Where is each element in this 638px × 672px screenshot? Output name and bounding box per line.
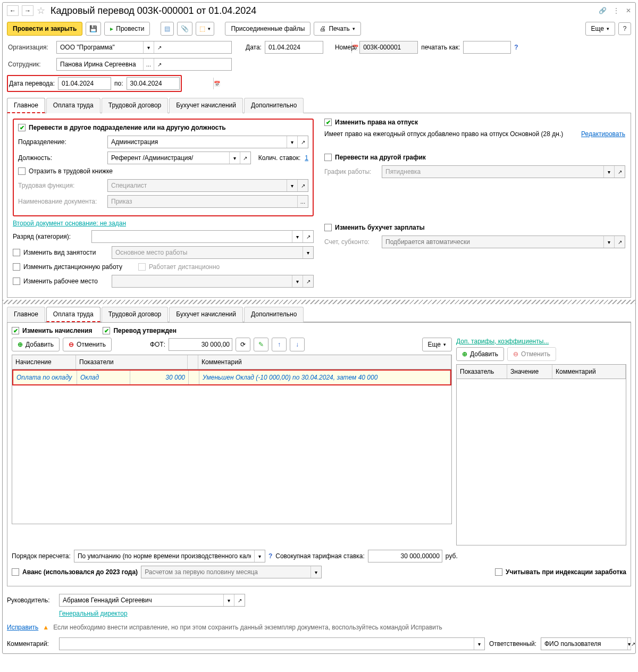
change-acc-checkbox[interactable] bbox=[324, 224, 332, 231]
change-accruals-label: Изменить начисления bbox=[22, 327, 92, 334]
dropdown-icon[interactable]: ▾ bbox=[229, 152, 240, 164]
responsible-combo[interactable]: ▾ ↗ bbox=[541, 637, 631, 650]
tab-extra[interactable]: Дополнительно bbox=[244, 98, 304, 113]
dropdown-icon: ▾ bbox=[603, 166, 614, 178]
forward-button[interactable]: → bbox=[22, 5, 33, 16]
accruals-table[interactable]: Начисление Показатели Комментарий Оплата… bbox=[12, 355, 452, 524]
num-label: Номер: bbox=[335, 44, 356, 51]
tariffs-table[interactable]: Показатель Значение Комментарий bbox=[456, 364, 626, 545]
print-button[interactable]: 🖨Печать▾ bbox=[314, 22, 360, 36]
dropdown-icon[interactable]: ▾ bbox=[292, 231, 303, 242]
extra-tariffs-link[interactable]: Доп. тарифы, коэффициенты... bbox=[456, 338, 626, 345]
subdiv-combo[interactable]: ▾ ↗ bbox=[107, 136, 308, 148]
transfer-approved-checkbox[interactable] bbox=[103, 327, 110, 334]
dropdown-icon[interactable]: ▾ bbox=[143, 41, 154, 53]
tab-pay[interactable]: Оплата труда bbox=[46, 98, 100, 113]
edit-vacation-link[interactable]: Редактировать bbox=[581, 130, 625, 138]
manager-combo[interactable]: ▾ ↗ bbox=[59, 594, 245, 607]
open-icon[interactable]: ↗ bbox=[154, 58, 164, 70]
back-button[interactable]: ← bbox=[7, 5, 19, 16]
labor-book-checkbox[interactable] bbox=[18, 167, 26, 175]
comment-field[interactable]: ▾ bbox=[59, 637, 485, 650]
help-icon[interactable]: ? bbox=[514, 44, 518, 51]
table-row[interactable]: Оплата по окладу Оклад 30 000 Уменьшен О… bbox=[12, 369, 451, 385]
recalc-combo[interactable]: ▾ bbox=[74, 550, 265, 562]
vacation-checkbox[interactable] bbox=[324, 119, 332, 126]
rates-link[interactable]: 1 bbox=[305, 154, 308, 162]
tab-contract[interactable]: Трудовой договор bbox=[102, 98, 168, 113]
cancel-tariff-button[interactable]: ⊖Отменить bbox=[507, 347, 556, 361]
calendar-icon[interactable]: 📅 bbox=[213, 78, 220, 89]
attach-button[interactable]: 📎 bbox=[177, 22, 192, 36]
refresh-button[interactable]: ⟳ bbox=[236, 338, 250, 351]
tariff-col1: Показатель bbox=[457, 365, 507, 379]
date-to-field[interactable]: 📅 bbox=[127, 77, 180, 90]
post-button[interactable]: ▸Провести bbox=[104, 22, 150, 36]
cancel-accrual-button[interactable]: ⊖Отменить bbox=[63, 338, 112, 351]
date-from-field[interactable]: 📅 bbox=[58, 77, 111, 90]
edit-button[interactable]: ✎ bbox=[254, 338, 268, 351]
grade-combo[interactable]: ▾ ↗ bbox=[91, 230, 314, 243]
second-doc-link[interactable]: Второй документ основание: не задан bbox=[13, 220, 126, 227]
help-button[interactable]: ? bbox=[618, 22, 631, 35]
up-button[interactable]: ↑ bbox=[272, 338, 287, 351]
fot-input[interactable] bbox=[169, 338, 232, 351]
manager-position-link[interactable]: Генеральный директор bbox=[59, 610, 128, 617]
link-icon[interactable]: 🔗 bbox=[599, 7, 607, 14]
total-rate-input[interactable] bbox=[368, 550, 442, 562]
org-input[interactable] bbox=[57, 41, 143, 53]
save-button[interactable]: 💾 bbox=[86, 22, 101, 36]
attached-files-button[interactable]: Присоединенные файлы bbox=[225, 22, 310, 36]
change-accruals-checkbox[interactable] bbox=[12, 327, 19, 334]
open-icon[interactable]: ↗ bbox=[154, 41, 164, 53]
tab-main[interactable]: Главное bbox=[7, 98, 45, 113]
print-as-field[interactable] bbox=[463, 41, 511, 54]
close-icon[interactable]: ✕ bbox=[626, 7, 631, 14]
change-emp-checkbox[interactable] bbox=[13, 249, 20, 256]
tab2-accounting[interactable]: Бухучет начислений bbox=[169, 307, 243, 322]
emp-type-field: ▾ bbox=[112, 246, 314, 259]
open-icon[interactable]: ↗ bbox=[234, 594, 245, 606]
post-and-close-button[interactable]: Провести и закрыть bbox=[7, 22, 82, 36]
employee-combo[interactable]: … ↗ bbox=[56, 58, 232, 71]
tab2-extra[interactable]: Дополнительно bbox=[244, 307, 304, 322]
structure-button[interactable]: ⬚▾ bbox=[196, 22, 214, 36]
transfer-checkbox[interactable] bbox=[18, 124, 26, 131]
help-icon[interactable]: ? bbox=[268, 552, 272, 560]
add-tariff-button[interactable]: ⊕Добавить bbox=[456, 347, 504, 361]
index-label: Учитывать при индексации заработка bbox=[506, 568, 626, 576]
org-combo[interactable]: ▾ ↗ bbox=[56, 41, 232, 54]
open-icon[interactable]: ↗ bbox=[297, 136, 308, 148]
fix-link[interactable]: Исправить bbox=[7, 624, 38, 631]
star-icon[interactable]: ☆ bbox=[37, 5, 45, 16]
grade-label: Разряд (категория): bbox=[13, 233, 87, 240]
more-button[interactable]: Еще▾ bbox=[585, 22, 615, 36]
transfer-label: Перевести в другое подразделение или на … bbox=[29, 124, 226, 131]
tab2-pay[interactable]: Оплата труда bbox=[46, 307, 100, 322]
advance-checkbox[interactable] bbox=[12, 568, 19, 576]
open-icon[interactable]: ↗ bbox=[303, 231, 313, 242]
dropdown-icon[interactable]: ▾ bbox=[287, 136, 297, 148]
tab-accounting[interactable]: Бухучет начислений bbox=[169, 98, 243, 113]
dropdown-icon[interactable]: ▾ bbox=[254, 550, 265, 562]
index-checkbox[interactable] bbox=[495, 568, 502, 576]
dropdown-icon[interactable]: ▾ bbox=[474, 638, 484, 650]
down-button[interactable]: ↓ bbox=[290, 338, 305, 351]
tab2-contract[interactable]: Трудовой договор bbox=[102, 307, 168, 322]
tab2-main[interactable]: Главное bbox=[7, 307, 45, 322]
open-icon[interactable]: ↗ bbox=[240, 152, 250, 164]
schedule-checkbox[interactable] bbox=[324, 154, 332, 161]
open-icon[interactable]: ↗ bbox=[631, 638, 635, 650]
doc-button[interactable]: ▤ bbox=[161, 22, 174, 36]
change-workplace-checkbox[interactable] bbox=[13, 278, 20, 285]
more-icon[interactable]: ⋮ bbox=[613, 7, 619, 14]
position-combo[interactable]: ▾ ↗ bbox=[107, 152, 251, 164]
dropdown-icon: ▾ bbox=[292, 275, 303, 287]
date-field[interactable]: 📅 bbox=[265, 41, 323, 54]
more-accruals-button[interactable]: Еще▾ bbox=[422, 338, 452, 351]
change-remote-checkbox[interactable] bbox=[13, 263, 20, 271]
comment-label: Комментарий: bbox=[7, 640, 55, 648]
dropdown-icon[interactable]: ▾ bbox=[223, 594, 234, 606]
add-accrual-button[interactable]: ⊕Добавить bbox=[12, 338, 60, 351]
ellipsis-icon[interactable]: … bbox=[143, 58, 154, 70]
